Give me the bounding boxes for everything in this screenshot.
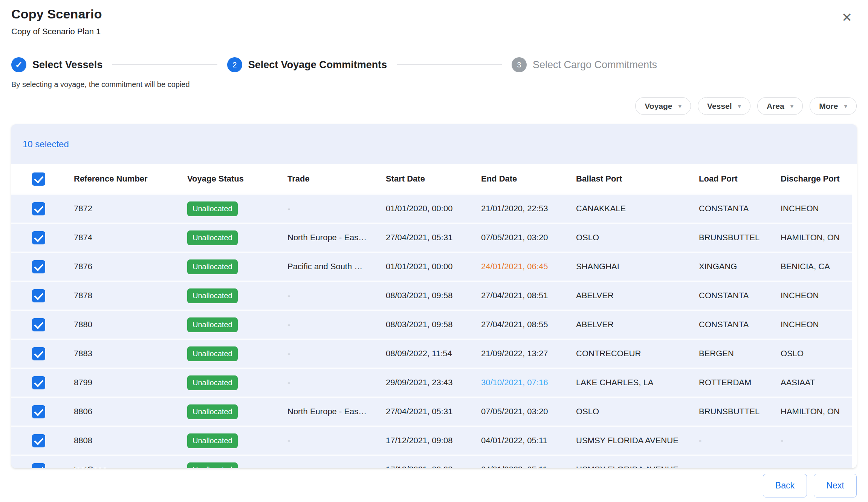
end-date-cell: 27/04/2021, 08:55 xyxy=(481,320,576,330)
step-number-badge: 2 xyxy=(227,57,242,72)
close-icon: ✕ xyxy=(842,10,853,25)
ballast-port-cell: LAKE CHARLES, LA xyxy=(576,378,699,388)
voyage-status-cell: Unallocated xyxy=(187,462,287,468)
column-header-ballast-port[interactable]: Ballast Port xyxy=(576,174,699,184)
discharge-port-cell: INCHEON xyxy=(781,291,857,301)
end-date-cell: 21/01/2020, 22:53 xyxy=(481,204,576,214)
step-select-vessels[interactable]: ✓ Select Vessels xyxy=(11,57,102,72)
load-port-cell: CONSTANTA xyxy=(699,291,781,301)
row-checkbox[interactable] xyxy=(32,231,45,244)
end-date-cell: 04/01/2022, 05:11 xyxy=(481,465,576,468)
load-port-cell: XINGANG xyxy=(699,262,781,272)
table-row: testCoooUnallocated-17/12/2021, 09:0804/… xyxy=(11,455,857,468)
reference-number-cell: 7874 xyxy=(74,233,187,243)
ballast-port-cell: SHANGHAI xyxy=(576,262,699,272)
filter-label: Voyage xyxy=(645,102,672,111)
column-header-discharge-port[interactable]: Discharge Port xyxy=(781,174,857,184)
checkbox-cell xyxy=(11,434,74,447)
row-checkbox[interactable] xyxy=(32,202,45,215)
vertical-scrollbar-track[interactable] xyxy=(852,164,857,468)
filter-label: More xyxy=(819,102,838,111)
row-checkbox[interactable] xyxy=(32,260,45,273)
table-row: 7880Unallocated-08/03/2021, 09:5827/04/2… xyxy=(11,310,857,339)
start-date-cell: 27/04/2021, 05:31 xyxy=(386,407,481,417)
row-checkbox[interactable] xyxy=(32,463,45,468)
discharge-port-cell: OSLO xyxy=(781,349,857,359)
table-row: 8808Unallocated-17/12/2021, 09:0804/01/2… xyxy=(11,426,857,455)
next-button[interactable]: Next xyxy=(814,474,857,497)
ballast-port-cell: OSLO xyxy=(576,233,699,243)
start-date-cell: 01/01/2020, 00:00 xyxy=(386,204,481,214)
column-header-start-date[interactable]: Start Date xyxy=(386,174,481,184)
column-header-voyage-status[interactable]: Voyage Status xyxy=(187,174,287,184)
row-checkbox[interactable] xyxy=(32,434,45,447)
row-checkbox[interactable] xyxy=(32,376,45,389)
table-row: 8806UnallocatedNorth Europe - Eas…27/04/… xyxy=(11,397,857,426)
start-date-cell: 08/03/2021, 09:58 xyxy=(386,320,481,330)
end-date-cell: 04/01/2022, 05:11 xyxy=(481,436,576,446)
reference-number-cell: 8799 xyxy=(74,378,187,388)
voyage-status-cell: Unallocated xyxy=(187,433,287,448)
trade-cell: - xyxy=(287,204,386,214)
row-checkbox[interactable] xyxy=(32,289,45,302)
trade-cell: Pacific and South … xyxy=(287,262,386,272)
column-header-trade[interactable]: Trade xyxy=(287,174,386,184)
filter-label: Area xyxy=(767,102,784,111)
end-date-cell: 07/05/2021, 03:20 xyxy=(481,407,576,417)
start-date-cell: 01/01/2021, 00:00 xyxy=(386,262,481,272)
stepper: ✓ Select Vessels 2 Select Voyage Commitm… xyxy=(11,57,657,72)
area-filter-button[interactable]: Area ▾ xyxy=(757,97,803,115)
reference-number-cell: 7880 xyxy=(74,320,187,330)
column-header-load-port[interactable]: Load Port xyxy=(699,174,781,184)
checkbox-cell xyxy=(11,376,74,389)
ballast-port-cell: USMSY FLORIDA AVENUE xyxy=(576,465,699,468)
close-button[interactable]: ✕ xyxy=(839,9,855,26)
row-checkbox[interactable] xyxy=(32,318,45,331)
row-checkbox[interactable] xyxy=(32,405,45,418)
trade-cell: North Europe - Eas… xyxy=(287,407,386,417)
step-number-badge: 3 xyxy=(512,57,527,72)
dialog-footer: Back Next xyxy=(763,474,857,497)
checkbox-cell xyxy=(11,231,74,244)
checkbox-cell xyxy=(11,405,74,418)
load-port-cell: - xyxy=(699,436,781,446)
checkbox-cell xyxy=(11,260,74,273)
voyage-status-cell: Unallocated xyxy=(187,288,287,303)
table-row: 7876UnallocatedPacific and South …01/01/… xyxy=(11,252,857,281)
start-date-cell: 08/03/2021, 09:58 xyxy=(386,291,481,301)
end-date-cell: 07/05/2021, 03:20 xyxy=(481,233,576,243)
voyage-status-badge: Unallocated xyxy=(187,230,238,245)
step-select-voyage-commitments[interactable]: 2 Select Voyage Commitments xyxy=(227,57,387,72)
trade-cell: - xyxy=(287,320,386,330)
step-select-cargo-commitments[interactable]: 3 Select Cargo Commitments xyxy=(512,57,657,72)
chevron-down-icon: ▾ xyxy=(790,103,794,109)
back-button[interactable]: Back xyxy=(763,474,807,497)
column-header-end-date[interactable]: End Date xyxy=(481,174,576,184)
table-row: 7878Unallocated-08/03/2021, 09:5827/04/2… xyxy=(11,281,857,310)
checkbox-cell xyxy=(11,289,74,302)
step-connector xyxy=(397,64,502,65)
reference-number-cell: testCooo xyxy=(74,465,187,468)
table-row: 7874UnallocatedNorth Europe - Eas…27/04/… xyxy=(11,223,857,252)
trade-cell: North Europe - Eas… xyxy=(287,233,386,243)
column-header-reference-number[interactable]: Reference Number xyxy=(74,174,187,184)
trade-cell: - xyxy=(287,349,386,359)
discharge-port-cell: BENICIA, CA xyxy=(781,262,857,272)
voyage-status-cell: Unallocated xyxy=(187,346,287,361)
row-checkbox[interactable] xyxy=(32,347,45,360)
voyage-status-badge: Unallocated xyxy=(187,346,238,361)
start-date-cell: 17/12/2021, 09:08 xyxy=(386,436,481,446)
discharge-port-cell: HAMILTON, ON xyxy=(781,407,857,417)
end-date-cell: 24/01/2021, 06:45 xyxy=(481,262,576,272)
end-date-cell: 30/10/2021, 07:16 xyxy=(481,378,576,388)
more-filter-button[interactable]: More ▾ xyxy=(810,97,857,115)
table-row: 7872Unallocated-01/01/2020, 00:0021/01/2… xyxy=(11,194,857,223)
load-port-cell: BERGEN xyxy=(699,349,781,359)
select-all-checkbox[interactable] xyxy=(32,172,45,186)
voyage-status-cell: Unallocated xyxy=(187,375,287,390)
vessel-filter-button[interactable]: Vessel ▾ xyxy=(698,97,750,115)
ballast-port-cell: OSLO xyxy=(576,407,699,417)
load-port-cell: ROTTERDAM xyxy=(699,378,781,388)
voyage-filter-button[interactable]: Voyage ▾ xyxy=(635,97,691,115)
end-date-cell: 21/09/2022, 13:27 xyxy=(481,349,576,359)
